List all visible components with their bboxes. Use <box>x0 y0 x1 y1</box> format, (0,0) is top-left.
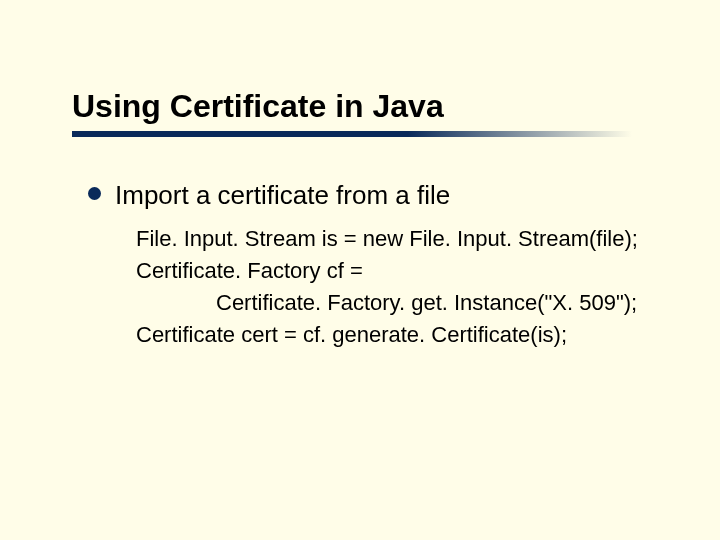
bullet-text: Import a certificate from a file <box>115 180 450 211</box>
slide: Using Certificate in Java Import a certi… <box>0 0 720 540</box>
title-underline <box>72 131 632 137</box>
code-line-2: Certificate. Factory cf = <box>136 255 660 287</box>
code-line-1: File. Input. Stream is = new File. Input… <box>136 223 660 255</box>
slide-title: Using Certificate in Java <box>72 88 680 127</box>
code-line-3: Certificate. Factory. get. Instance("X. … <box>136 287 660 319</box>
code-line-4: Certificate cert = cf. generate. Certifi… <box>136 319 660 351</box>
slide-body: Import a certificate from a file File. I… <box>88 180 660 351</box>
code-block: File. Input. Stream is = new File. Input… <box>136 223 660 351</box>
bullet-icon <box>88 187 101 200</box>
bullet-item: Import a certificate from a file <box>88 180 660 211</box>
title-block: Using Certificate in Java <box>72 88 680 137</box>
